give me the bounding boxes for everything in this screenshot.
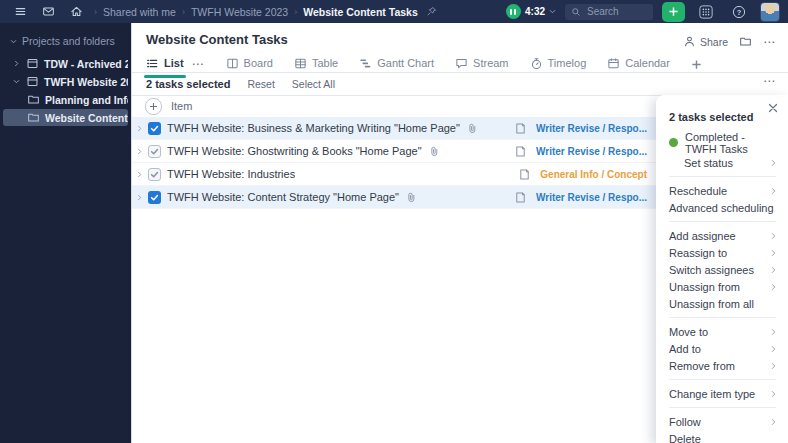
menu-item-unassign-from-all[interactable]: Unassign from all (669, 295, 776, 312)
note-icon[interactable] (518, 168, 531, 181)
create-button[interactable] (662, 2, 685, 22)
chevron-right-icon[interactable] (137, 194, 142, 201)
help-icon[interactable]: ? (727, 0, 751, 23)
chevron-right-icon[interactable] (137, 125, 142, 132)
menu-item-label: Change item type (669, 388, 755, 400)
select-all-button[interactable]: Select All (292, 78, 335, 90)
task-row[interactable]: TWFH Website: Ghostwriting & Books "Home… (132, 140, 657, 163)
task-status[interactable]: Writer Revise / Respo... (536, 192, 647, 203)
tab-board[interactable]: Board (226, 57, 273, 72)
menu-item-label: Follow (669, 416, 701, 428)
breadcrumb: ›Shared with me›TWFH Website 2023›Websit… (94, 6, 418, 18)
sidebar-item-label: Planning and Info Tasks (45, 94, 128, 106)
tab-list[interactable]: List⋯ (146, 57, 205, 72)
menu-item-label: Add assignee (669, 230, 736, 242)
menu-divider (669, 176, 776, 177)
pin-icon[interactable] (424, 6, 440, 17)
sidebar-item-twfh-website-2023[interactable]: TWFH Website 2023 (3, 73, 128, 90)
page-title: Website Content Tasks (146, 32, 288, 47)
task-checkbox[interactable] (148, 145, 161, 158)
chevron-right-icon[interactable] (11, 60, 21, 67)
menu-item-completed-twfh-tasks[interactable]: Completed - TWFH Tasks (669, 133, 776, 152)
task-row[interactable]: TWFH Website: Content Strategy "Home Pag… (132, 186, 657, 209)
sidebar-item-planning-and-info-tasks[interactable]: Planning and Info Tasks (3, 91, 128, 108)
menu-item-delete[interactable]: Delete (669, 430, 776, 443)
menu-item-advanced-scheduling[interactable]: Advanced scheduling (669, 199, 776, 216)
menu-item-set-status[interactable]: Set status (669, 154, 776, 171)
list-more-options-icon[interactable]: ⋯ (763, 78, 776, 84)
apps-grid-icon[interactable] (694, 0, 718, 23)
breadcrumb-separator: › (94, 7, 97, 17)
share-button[interactable]: Share (683, 35, 728, 48)
tab-table[interactable]: Table (294, 57, 338, 72)
chevron-right-icon (771, 249, 776, 257)
sidebar-item-label: TWFH Website 2023 (44, 76, 128, 88)
task-title[interactable]: TWFH Website: Content Strategy "Home Pag… (167, 191, 399, 203)
folder-actions-icon[interactable] (739, 35, 752, 48)
sidebar-item-website-content-tasks[interactable]: Website Content Tasks (3, 109, 128, 126)
home-icon[interactable] (64, 0, 88, 23)
breadcrumb-item-website-content-tasks[interactable]: Website Content Tasks (303, 6, 418, 18)
chevron-right-icon[interactable] (137, 171, 142, 178)
task-status[interactable]: General Info / Concept (540, 169, 647, 180)
menu-item-follow[interactable]: Follow (669, 413, 776, 430)
menu-item-unassign-from[interactable]: Unassign from (669, 278, 776, 295)
task-checkbox[interactable] (148, 191, 161, 204)
tab-timelog[interactable]: Timelog (530, 57, 587, 72)
reset-button[interactable]: Reset (247, 78, 274, 90)
note-icon[interactable] (514, 122, 527, 135)
tab-calendar[interactable]: Calendar (607, 57, 670, 72)
close-icon[interactable] (768, 103, 778, 113)
note-icon[interactable] (514, 191, 527, 204)
selection-toolbar: 2 tasks selected Reset Select All (146, 73, 335, 95)
menu-icon[interactable] (8, 0, 32, 23)
task-checkbox[interactable] (148, 168, 161, 181)
menu-divider (669, 221, 776, 222)
chevron-right-icon[interactable] (137, 148, 142, 155)
task-checkbox[interactable] (148, 122, 161, 135)
menu-item-move-to[interactable]: Move to (669, 323, 776, 340)
menu-item-add-to[interactable]: Add to (669, 340, 776, 357)
tab-label: Table (312, 57, 338, 69)
sidebar-item-tdw-archived-2016-2017[interactable]: TDW - Archived 2016-2017 (3, 55, 128, 72)
pause-icon[interactable] (506, 4, 521, 19)
task-row[interactable]: TWFH Website: Business & Marketing Writi… (132, 117, 657, 140)
tab-gantt-chart[interactable]: Gantt Chart (359, 57, 434, 72)
add-item-row[interactable]: Item (145, 96, 192, 116)
menu-item-remove-from[interactable]: Remove from (669, 357, 776, 374)
projects-folders-section[interactable]: Projects and folders (0, 23, 131, 54)
task-status[interactable]: Writer Revise / Respo... (536, 123, 647, 134)
task-title[interactable]: TWFH Website: Industries (167, 168, 295, 180)
inbox-icon[interactable] (36, 0, 60, 23)
task-status[interactable]: Writer Revise / Respo... (536, 146, 647, 157)
task-row[interactable]: TWFH Website: IndustriesGeneral Info / C… (132, 163, 657, 186)
chevron-down-icon[interactable] (11, 79, 21, 84)
top-bar: ›Shared with me›TWFH Website 2023›Websit… (0, 0, 788, 23)
list-icon (146, 57, 159, 70)
tab-stream[interactable]: Stream (455, 57, 508, 72)
breadcrumb-item-shared-with-me[interactable]: Shared with me (103, 6, 176, 18)
avatar[interactable] (760, 2, 780, 22)
search-input[interactable] (585, 5, 647, 18)
menu-divider (669, 407, 776, 408)
task-title[interactable]: TWFH Website: Ghostwriting & Books "Home… (167, 145, 422, 157)
panel-menu: Completed - TWFH TasksSet statusReschedu… (669, 133, 776, 443)
paperclip-icon (406, 192, 416, 203)
add-view-button[interactable] (691, 59, 702, 70)
status-dot-icon (669, 138, 678, 147)
menu-item-change-item-type[interactable]: Change item type (669, 385, 776, 402)
chevron-down-icon (549, 9, 556, 14)
task-title[interactable]: TWFH Website: Business & Marketing Writi… (167, 122, 460, 134)
breadcrumb-item-twfh-website-2023[interactable]: TWFH Website 2023 (191, 6, 288, 18)
more-options-icon[interactable]: ⋯ (763, 39, 776, 45)
search-box[interactable] (565, 4, 653, 20)
table-icon (294, 57, 307, 70)
view-options-icon[interactable]: ⋯ (192, 61, 205, 67)
tab-label: List (164, 57, 184, 69)
timer-button[interactable]: 4:32 (506, 4, 556, 19)
menu-item-reassign-to[interactable]: Reassign to (669, 244, 776, 261)
note-icon[interactable] (514, 145, 527, 158)
menu-item-add-assignee[interactable]: Add assignee (669, 227, 776, 244)
menu-item-switch-assignees[interactable]: Switch assignees (669, 261, 776, 278)
menu-item-reschedule[interactable]: Reschedule (669, 182, 776, 199)
